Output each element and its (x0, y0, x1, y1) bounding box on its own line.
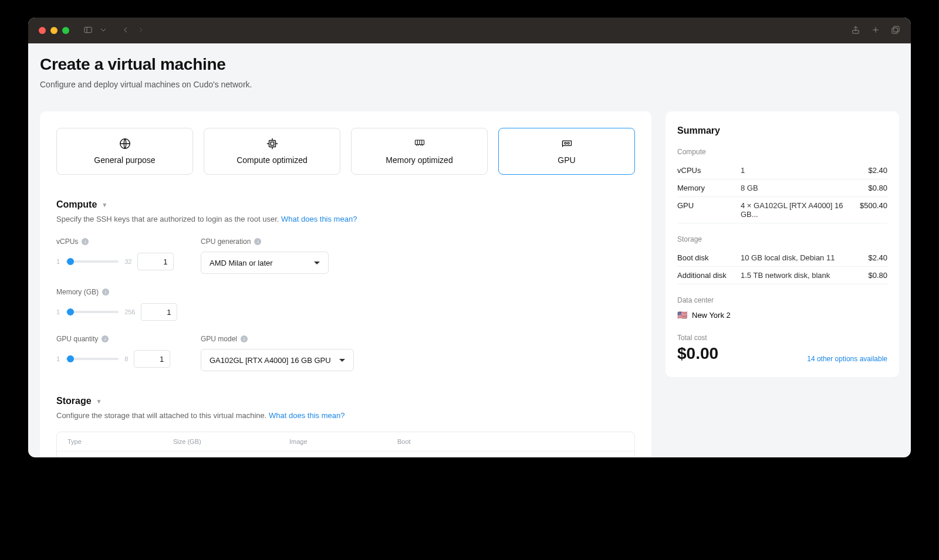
svg-rect-9 (271, 142, 274, 145)
storage-section-description: Configure the storage that will attached… (56, 411, 635, 420)
vm-type-memory-optimized[interactable]: Memory optimized (351, 128, 488, 175)
browser-window: Create a virtual machine Configure and d… (28, 18, 911, 457)
gpuqty-min: 1 (56, 355, 60, 362)
storage-table-row: Local disk 10 GB Debian 11 ✓ ⋮ (57, 451, 634, 457)
section-heading: Storage (56, 396, 92, 406)
vcpus-label: vCPUs i (56, 237, 180, 246)
chevron-down-icon: ▼ (96, 398, 102, 405)
total-cost-value: $0.00 (677, 344, 718, 363)
vm-type-label: Memory optimized (386, 155, 452, 165)
globe-icon (117, 138, 133, 150)
datacenter-row: 🇺🇸 New York 2 (677, 310, 887, 320)
compute-section-toggle[interactable]: Compute ▼ (56, 199, 635, 210)
gpu-model-label: GPU model i (201, 335, 354, 343)
main-configuration-card: General purpose Compute optimized Memory… (40, 111, 651, 457)
summary-row: Additional disk 1.5 TB network disk, bla… (677, 267, 887, 284)
back-icon[interactable] (121, 25, 130, 36)
tabs-icon[interactable] (891, 25, 900, 36)
vm-type-compute-optimized[interactable]: Compute optimized (204, 128, 340, 175)
svg-rect-6 (892, 28, 897, 33)
svg-rect-5 (894, 26, 899, 32)
svg-point-23 (564, 142, 566, 144)
other-options-link[interactable]: 14 other options available (807, 355, 887, 363)
col-size: Size (GB) (173, 438, 289, 445)
svg-rect-22 (562, 141, 571, 145)
vm-type-label: General purpose (94, 155, 155, 165)
summary-storage-label: Storage (677, 235, 887, 243)
info-icon[interactable]: i (82, 238, 89, 245)
vm-type-label: GPU (558, 155, 575, 165)
info-icon[interactable]: i (102, 289, 109, 296)
vcpus-input[interactable] (137, 253, 174, 270)
datacenter-name: New York 2 (692, 311, 731, 320)
svg-point-24 (567, 142, 569, 144)
page-title: Create a virtual machine (40, 55, 899, 74)
info-icon[interactable]: i (241, 335, 248, 342)
section-heading: Compute (56, 199, 97, 210)
memory-max: 256 (124, 308, 135, 315)
gpu-icon (559, 138, 575, 150)
compute-section: Compute ▼ Specify the SSH keys that are … (56, 199, 635, 371)
vm-type-selector: General purpose Compute optimized Memory… (56, 128, 635, 175)
col-image: Image (289, 438, 397, 445)
page-content: Create a virtual machine Configure and d… (28, 43, 911, 457)
zoom-window-button[interactable] (62, 27, 69, 34)
summary-row: Memory 8 GB $0.80 (677, 179, 887, 197)
gpu-quantity-input[interactable] (134, 350, 170, 368)
summary-card: Summary Compute vCPUs 1 $2.40 Memory 8 G… (666, 111, 899, 377)
cpu-generation-select[interactable]: AMD Milan or later (201, 252, 329, 274)
caret-down-icon[interactable] (99, 25, 108, 36)
chevron-down-icon: ▼ (102, 202, 107, 208)
traffic-lights (39, 27, 69, 34)
summary-compute-label: Compute (677, 148, 887, 156)
summary-row: Boot disk 10 GB local disk, Debian 11 $2… (677, 249, 887, 267)
storage-section-toggle[interactable]: Storage ▼ (56, 396, 635, 406)
vm-type-general-purpose[interactable]: General purpose (56, 128, 193, 175)
storage-help-link[interactable]: What does this mean? (269, 411, 344, 420)
summary-datacenter-label: Data center (677, 296, 887, 304)
vcpus-min: 1 (56, 258, 60, 265)
col-boot: Boot (397, 438, 612, 445)
compute-help-link[interactable]: What does this mean? (281, 215, 357, 223)
titlebar (28, 18, 911, 43)
vcpus-slider[interactable] (66, 260, 119, 263)
share-icon[interactable] (851, 25, 860, 36)
svg-rect-8 (269, 141, 275, 147)
svg-rect-0 (85, 27, 92, 32)
summary-row: vCPUs 1 $2.40 (677, 162, 887, 179)
summary-title: Summary (677, 125, 887, 136)
cpu-gen-label: CPU generation i (201, 237, 329, 246)
gpuqty-max: 8 (124, 355, 128, 362)
minimize-window-button[interactable] (50, 27, 58, 34)
memory-slider[interactable] (66, 311, 119, 313)
info-icon[interactable]: i (102, 335, 109, 342)
vm-type-label: Compute optimized (237, 155, 308, 165)
vm-type-gpu[interactable]: GPU (498, 128, 635, 175)
vcpus-max: 32 (124, 258, 131, 265)
forward-icon[interactable] (136, 25, 146, 36)
col-type: Type (67, 438, 173, 445)
storage-table-header: Type Size (GB) Image Boot (57, 432, 634, 451)
memory-label: Memory (GB) i (56, 288, 180, 296)
storage-table: Type Size (GB) Image Boot Local disk 10 … (56, 432, 635, 457)
sidebar-toggle-icon[interactable] (83, 25, 93, 36)
page-subtitle: Configure and deploy virtual machines on… (40, 80, 899, 89)
info-icon[interactable]: i (254, 238, 261, 245)
gpu-model-select[interactable]: GA102GL [RTX A4000] 16 GB GPU (201, 349, 354, 371)
gpu-quantity-slider[interactable] (66, 358, 119, 360)
memory-min: 1 (56, 308, 60, 315)
compute-section-description: Specify the SSH keys that are authorized… (56, 215, 635, 223)
new-tab-icon[interactable] (871, 25, 880, 36)
us-flag-icon: 🇺🇸 (677, 310, 687, 320)
total-cost-label: Total cost (677, 334, 718, 342)
memory-icon (412, 138, 427, 150)
storage-section: Storage ▼ Configure the storage that wil… (56, 396, 635, 457)
close-window-button[interactable] (39, 27, 46, 34)
gpu-quantity-label: GPU quantity i (56, 335, 180, 343)
summary-row: GPU 4 × GA102GL [RTX A4000] 16 GB... $50… (677, 197, 887, 223)
memory-input[interactable] (141, 303, 177, 321)
cpu-icon (265, 138, 280, 150)
